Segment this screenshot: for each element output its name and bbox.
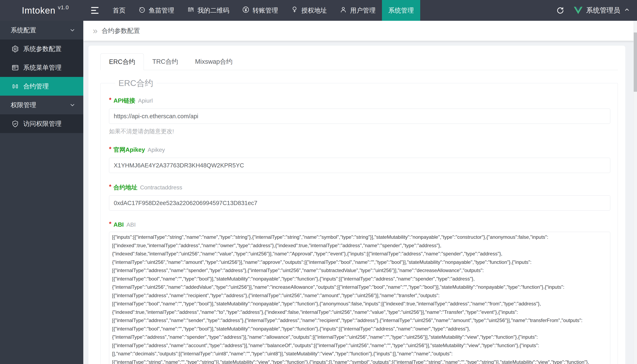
field-label-row: * ABI ABI [109,221,610,228]
app-version: v1.0 [58,4,69,11]
chevron-up-icon [624,6,630,14]
contract-address-input[interactable] [109,195,610,210]
nav-item-transfer[interactable]: 转账管理 [236,0,284,21]
contract-icon [12,83,19,90]
sidebar-item-access-permission[interactable]: 访问权限管理 [0,114,83,133]
collapse-menu-icon[interactable] [83,0,106,21]
field-label-row: * 官网Apikey Apikey [109,146,610,154]
nav-item-auth-address[interactable]: 授权地址 [284,0,333,21]
field-sublabel: Apikey [148,147,165,153]
sidebar-item-system-menu[interactable]: 系统菜单管理 [0,58,83,77]
sidebar-item-contract-mgmt[interactable]: 合约管理 [0,77,83,96]
breadcrumb: » 合约参数配置 [83,21,637,41]
nav-label: 转账管理 [252,6,278,15]
sidebar-item-label: 系统参数配置 [23,45,62,53]
breadcrumb-title: 合约参数配置 [102,26,140,35]
nav-label: 授权地址 [301,6,327,15]
field-label: ABI [114,221,124,228]
field-sublabel: Contractaddress [140,184,182,191]
contract-tabs: ERC合约 TRC合约 Mixswap合约 [100,54,618,70]
page-scrollbar-thumb[interactable] [634,32,637,92]
fish-fry-icon [138,6,146,15]
double-chevron-icon: » [93,26,98,35]
user-icon [340,6,347,15]
chevron-down-icon [69,27,76,33]
vue-logo-icon [574,6,582,14]
app-title: Imtoken [22,5,56,16]
form-item-apiurl: * API链接 Apiurl 如果不清楚请勿随意更改! [109,97,610,135]
shield-check-icon [12,120,19,128]
sidebar-group-label: 系统配置 [11,26,36,34]
field-sublabel: ABI [126,222,136,228]
apiurl-input[interactable] [109,108,610,124]
chevron-down-icon [69,102,76,108]
bulb-icon [291,6,298,15]
field-label-row: * 合约地址 Contractaddress [109,184,610,192]
required-asterisk: * [109,96,112,103]
field-label: 合约地址 [114,184,138,192]
main-content: ERC合约 TRC合约 Mixswap合约 ERC合约 * API链接 Apiu… [83,41,637,364]
nav-item-home[interactable]: 首页 [106,0,132,21]
sidebar-item-label: 系统菜单管理 [23,63,62,72]
gear-icon [12,45,19,53]
tab-trc-contract[interactable]: TRC合约 [144,54,186,70]
sidebar-group-permission[interactable]: 权限管理 [0,96,83,114]
required-asterisk: * [109,146,112,152]
sidebar-item-system-params[interactable]: 系统参数配置 [0,40,83,58]
sidebar-group-system-config[interactable]: 系统配置 [0,21,83,40]
window-menu-icon [12,64,19,71]
sidebar-item-label: 访问权限管理 [23,120,62,128]
abi-textarea[interactable]: [{"inputs":[{"internalType":"string","na… [109,232,610,364]
sidebar: 系统配置 系统参数配置 系统菜单管理 合约管理 权限管理 [0,21,83,364]
app-logo: Imtoken v1.0 [0,0,83,21]
nav-label: 我的二维码 [198,6,229,15]
page-scrollbar[interactable] [634,21,637,364]
yen-circle-icon [242,6,250,15]
form-item-contract-address: * 合约地址 Contractaddress [109,184,610,210]
field-label: 官网Apikey [114,146,145,154]
nav-item-user-mgmt[interactable]: 用户管理 [333,0,382,21]
content-card: ERC合约 TRC合约 Mixswap合约 ERC合约 * API链接 Apiu… [88,46,625,364]
field-sublabel: Apiurl [138,98,153,104]
sidebar-item-label: 合约管理 [23,82,49,91]
panel-legend: ERC合约 [115,78,156,89]
nav-label: 用户管理 [350,6,376,15]
header-right: 系统管理员 [556,0,637,21]
form-item-abi: * ABI ABI [{"inputs":[{"internalType":"s… [109,221,610,364]
refresh-icon[interactable] [556,6,564,14]
erc-contract-panel: ERC合约 * API链接 Apiurl 如果不清楚请勿随意更改! * 官网Ap… [100,78,618,364]
nav-item-fish-fry[interactable]: 鱼苗管理 [132,0,180,21]
form-item-apikey: * 官网Apikey Apikey [109,146,610,173]
tab-label: ERC合约 [109,58,135,66]
required-asterisk: * [109,183,112,190]
field-label: API链接 [114,97,135,105]
field-label-row: * API链接 Apiurl [109,97,610,105]
user-menu[interactable]: 系统管理员 [574,6,630,15]
nav-label: 首页 [113,6,126,15]
nav-item-my-qrcode[interactable]: 我的二维码 [180,0,236,21]
required-asterisk: * [109,220,112,227]
sidebar-group-label: 权限管理 [11,101,36,110]
current-user-name: 系统管理员 [586,6,620,15]
apikey-input[interactable] [109,158,610,173]
nav-label: 鱼苗管理 [149,6,174,15]
tab-label: TRC合约 [152,58,178,66]
tab-erc-contract[interactable]: ERC合约 [100,54,144,70]
tab-label: Mixswap合约 [195,58,233,66]
qrcode-icon [187,6,194,15]
tab-mixswap-contract[interactable]: Mixswap合约 [186,54,241,70]
top-navbar: Imtoken v1.0 首页 鱼苗管理 我的二维码 转账管理 [0,0,637,21]
nav-item-system-mgmt[interactable]: 系统管理 [382,0,420,21]
main-nav: 首页 鱼苗管理 我的二维码 转账管理 授权地址 [106,0,420,21]
apiurl-help-text: 如果不清楚请勿随意更改! [109,128,610,135]
nav-label: 系统管理 [388,6,414,15]
